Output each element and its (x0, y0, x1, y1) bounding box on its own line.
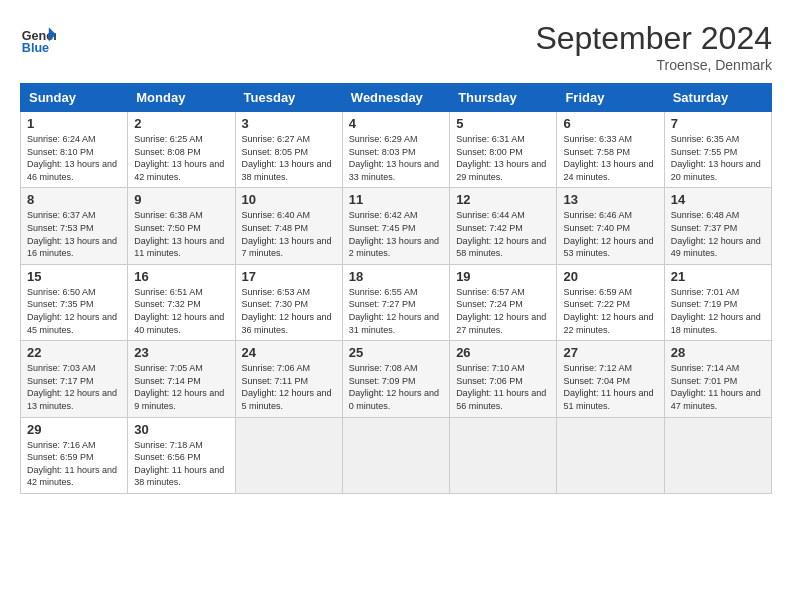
calendar-cell: 17Sunrise: 6:53 AMSunset: 7:30 PMDayligh… (235, 264, 342, 340)
calendar-cell (664, 417, 771, 493)
calendar-cell: 12Sunrise: 6:44 AMSunset: 7:42 PMDayligh… (450, 188, 557, 264)
day-info: Sunrise: 6:46 AMSunset: 7:40 PMDaylight:… (563, 209, 657, 259)
day-info: Sunrise: 6:31 AMSunset: 8:00 PMDaylight:… (456, 133, 550, 183)
day-info: Sunrise: 6:27 AMSunset: 8:05 PMDaylight:… (242, 133, 336, 183)
day-number: 14 (671, 192, 765, 207)
calendar-cell: 26Sunrise: 7:10 AMSunset: 7:06 PMDayligh… (450, 341, 557, 417)
day-number: 20 (563, 269, 657, 284)
day-number: 11 (349, 192, 443, 207)
calendar-cell: 14Sunrise: 6:48 AMSunset: 7:37 PMDayligh… (664, 188, 771, 264)
calendar-cell: 7Sunrise: 6:35 AMSunset: 7:55 PMDaylight… (664, 112, 771, 188)
header-wednesday: Wednesday (342, 84, 449, 112)
day-info: Sunrise: 7:03 AMSunset: 7:17 PMDaylight:… (27, 362, 121, 412)
header-friday: Friday (557, 84, 664, 112)
day-number: 5 (456, 116, 550, 131)
calendar-cell (450, 417, 557, 493)
header-tuesday: Tuesday (235, 84, 342, 112)
header-thursday: Thursday (450, 84, 557, 112)
day-info: Sunrise: 6:55 AMSunset: 7:27 PMDaylight:… (349, 286, 443, 336)
calendar-cell: 2Sunrise: 6:25 AMSunset: 8:08 PMDaylight… (128, 112, 235, 188)
day-info: Sunrise: 6:35 AMSunset: 7:55 PMDaylight:… (671, 133, 765, 183)
title-section: September 2024 Troense, Denmark (535, 20, 772, 73)
header-monday: Monday (128, 84, 235, 112)
calendar-cell: 25Sunrise: 7:08 AMSunset: 7:09 PMDayligh… (342, 341, 449, 417)
day-number: 7 (671, 116, 765, 131)
calendar-title: September 2024 (535, 20, 772, 57)
svg-text:Blue: Blue (22, 41, 49, 55)
day-info: Sunrise: 6:53 AMSunset: 7:30 PMDaylight:… (242, 286, 336, 336)
calendar-cell: 3Sunrise: 6:27 AMSunset: 8:05 PMDaylight… (235, 112, 342, 188)
day-number: 1 (27, 116, 121, 131)
day-number: 10 (242, 192, 336, 207)
calendar-cell (557, 417, 664, 493)
day-number: 6 (563, 116, 657, 131)
day-info: Sunrise: 7:12 AMSunset: 7:04 PMDaylight:… (563, 362, 657, 412)
day-number: 22 (27, 345, 121, 360)
day-info: Sunrise: 6:48 AMSunset: 7:37 PMDaylight:… (671, 209, 765, 259)
calendar-cell (235, 417, 342, 493)
calendar-cell: 9Sunrise: 6:38 AMSunset: 7:50 PMDaylight… (128, 188, 235, 264)
calendar-cell: 23Sunrise: 7:05 AMSunset: 7:14 PMDayligh… (128, 341, 235, 417)
calendar-cell: 27Sunrise: 7:12 AMSunset: 7:04 PMDayligh… (557, 341, 664, 417)
day-info: Sunrise: 6:40 AMSunset: 7:48 PMDaylight:… (242, 209, 336, 259)
day-number: 29 (27, 422, 121, 437)
day-info: Sunrise: 6:57 AMSunset: 7:24 PMDaylight:… (456, 286, 550, 336)
calendar-cell: 30Sunrise: 7:18 AMSunset: 6:56 PMDayligh… (128, 417, 235, 493)
day-number: 27 (563, 345, 657, 360)
header-row: Sunday Monday Tuesday Wednesday Thursday… (21, 84, 772, 112)
day-info: Sunrise: 6:38 AMSunset: 7:50 PMDaylight:… (134, 209, 228, 259)
calendar-cell: 10Sunrise: 6:40 AMSunset: 7:48 PMDayligh… (235, 188, 342, 264)
page-header: General Blue September 2024 Troense, Den… (20, 20, 772, 73)
logo-icon: General Blue (20, 20, 56, 56)
calendar-cell: 11Sunrise: 6:42 AMSunset: 7:45 PMDayligh… (342, 188, 449, 264)
calendar-week-row: 29Sunrise: 7:16 AMSunset: 6:59 PMDayligh… (21, 417, 772, 493)
day-info: Sunrise: 7:14 AMSunset: 7:01 PMDaylight:… (671, 362, 765, 412)
day-number: 13 (563, 192, 657, 207)
header-sunday: Sunday (21, 84, 128, 112)
calendar-cell: 5Sunrise: 6:31 AMSunset: 8:00 PMDaylight… (450, 112, 557, 188)
calendar-week-row: 1Sunrise: 6:24 AMSunset: 8:10 PMDaylight… (21, 112, 772, 188)
day-info: Sunrise: 6:24 AMSunset: 8:10 PMDaylight:… (27, 133, 121, 183)
day-info: Sunrise: 6:29 AMSunset: 8:03 PMDaylight:… (349, 133, 443, 183)
day-info: Sunrise: 7:10 AMSunset: 7:06 PMDaylight:… (456, 362, 550, 412)
day-info: Sunrise: 6:44 AMSunset: 7:42 PMDaylight:… (456, 209, 550, 259)
calendar-cell: 6Sunrise: 6:33 AMSunset: 7:58 PMDaylight… (557, 112, 664, 188)
day-number: 23 (134, 345, 228, 360)
calendar-week-row: 22Sunrise: 7:03 AMSunset: 7:17 PMDayligh… (21, 341, 772, 417)
day-info: Sunrise: 7:05 AMSunset: 7:14 PMDaylight:… (134, 362, 228, 412)
day-number: 2 (134, 116, 228, 131)
calendar-week-row: 15Sunrise: 6:50 AMSunset: 7:35 PMDayligh… (21, 264, 772, 340)
day-number: 3 (242, 116, 336, 131)
calendar-cell: 13Sunrise: 6:46 AMSunset: 7:40 PMDayligh… (557, 188, 664, 264)
calendar-cell: 15Sunrise: 6:50 AMSunset: 7:35 PMDayligh… (21, 264, 128, 340)
day-number: 4 (349, 116, 443, 131)
day-info: Sunrise: 6:33 AMSunset: 7:58 PMDaylight:… (563, 133, 657, 183)
day-number: 19 (456, 269, 550, 284)
day-info: Sunrise: 6:37 AMSunset: 7:53 PMDaylight:… (27, 209, 121, 259)
day-number: 26 (456, 345, 550, 360)
day-number: 18 (349, 269, 443, 284)
calendar-subtitle: Troense, Denmark (535, 57, 772, 73)
calendar-header: Sunday Monday Tuesday Wednesday Thursday… (21, 84, 772, 112)
day-number: 12 (456, 192, 550, 207)
day-number: 15 (27, 269, 121, 284)
day-info: Sunrise: 7:16 AMSunset: 6:59 PMDaylight:… (27, 439, 121, 489)
day-number: 16 (134, 269, 228, 284)
calendar-cell: 4Sunrise: 6:29 AMSunset: 8:03 PMDaylight… (342, 112, 449, 188)
day-info: Sunrise: 6:25 AMSunset: 8:08 PMDaylight:… (134, 133, 228, 183)
day-number: 30 (134, 422, 228, 437)
calendar-cell: 18Sunrise: 6:55 AMSunset: 7:27 PMDayligh… (342, 264, 449, 340)
calendar-cell: 22Sunrise: 7:03 AMSunset: 7:17 PMDayligh… (21, 341, 128, 417)
day-number: 9 (134, 192, 228, 207)
day-info: Sunrise: 6:59 AMSunset: 7:22 PMDaylight:… (563, 286, 657, 336)
calendar-cell: 16Sunrise: 6:51 AMSunset: 7:32 PMDayligh… (128, 264, 235, 340)
day-info: Sunrise: 7:18 AMSunset: 6:56 PMDaylight:… (134, 439, 228, 489)
calendar-cell (342, 417, 449, 493)
day-number: 25 (349, 345, 443, 360)
calendar-cell: 20Sunrise: 6:59 AMSunset: 7:22 PMDayligh… (557, 264, 664, 340)
calendar-table: Sunday Monday Tuesday Wednesday Thursday… (20, 83, 772, 494)
calendar-cell: 24Sunrise: 7:06 AMSunset: 7:11 PMDayligh… (235, 341, 342, 417)
day-info: Sunrise: 6:50 AMSunset: 7:35 PMDaylight:… (27, 286, 121, 336)
day-number: 17 (242, 269, 336, 284)
calendar-cell: 8Sunrise: 6:37 AMSunset: 7:53 PMDaylight… (21, 188, 128, 264)
